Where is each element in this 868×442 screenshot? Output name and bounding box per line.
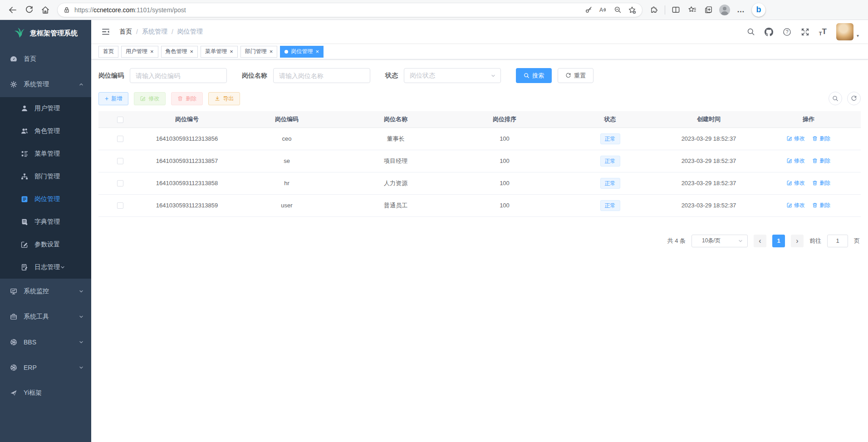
row-edit-link[interactable]: 修改 xyxy=(787,157,805,165)
chevron-down-icon xyxy=(738,238,743,244)
table-row: 1641030593112313859 user 普通员工 100 正常 202… xyxy=(98,194,861,216)
next-page-button[interactable]: › xyxy=(791,235,804,247)
select-all-checkbox[interactable] xyxy=(117,117,123,123)
collections-icon[interactable] xyxy=(700,2,716,18)
row-checkbox[interactable] xyxy=(117,136,123,142)
reset-button[interactable]: 重置 xyxy=(558,68,593,83)
row-edit-link[interactable]: 修改 xyxy=(787,179,805,187)
tag-users[interactable]: 用户管理× xyxy=(121,46,158,58)
sidebar-item-logs[interactable]: 日志管理 xyxy=(0,256,91,279)
toggle-search-icon[interactable] xyxy=(829,92,842,105)
post-code-label: 岗位编码 xyxy=(98,72,124,80)
zoom-out-icon[interactable] xyxy=(610,4,625,16)
address-bar[interactable]: https://ccnetcore.com:1101/system/post A xyxy=(57,3,642,17)
trash-icon xyxy=(812,158,818,163)
extensions-icon[interactable] xyxy=(646,2,662,18)
sidebar-item-bbs[interactable]: BBS xyxy=(0,329,91,355)
dashboard-icon xyxy=(10,55,17,63)
row-checkbox[interactable] xyxy=(117,202,123,209)
sidebar-item-tools[interactable]: 系统工具 xyxy=(0,304,91,329)
prev-page-button[interactable]: ‹ xyxy=(754,235,766,247)
help-icon[interactable]: ? xyxy=(783,28,791,36)
row-delete-link[interactable]: 删除 xyxy=(812,179,830,187)
post-id-cell: 1641030593112313859 xyxy=(142,194,232,216)
split-screen-icon[interactable] xyxy=(667,2,684,18)
github-icon[interactable] xyxy=(765,28,773,36)
refresh-table-icon[interactable] xyxy=(847,92,861,105)
favorites-icon[interactable] xyxy=(684,2,700,18)
close-icon[interactable]: × xyxy=(270,49,273,54)
browser-menu-icon[interactable]: … xyxy=(733,2,749,18)
row-delete-link[interactable]: 删除 xyxy=(812,135,830,142)
row-checkbox[interactable] xyxy=(117,158,123,164)
browser-profile-avatar[interactable] xyxy=(716,2,733,18)
password-key-icon[interactable] xyxy=(581,4,596,16)
tag-menus[interactable]: 菜单管理× xyxy=(201,46,238,58)
sidebar-item-roles[interactable]: 角色管理 xyxy=(0,120,91,142)
goto-page-input[interactable] xyxy=(827,235,848,247)
chevron-down-icon xyxy=(78,339,84,345)
sidebar-item-label: 岗位管理 xyxy=(34,195,60,203)
post-name-cell: 人力资源 xyxy=(341,172,450,194)
user-avatar[interactable] xyxy=(836,23,853,40)
lock-icon[interactable] xyxy=(63,6,70,14)
sidebar-item-yi-framework[interactable]: Yi框架 xyxy=(0,380,91,406)
breadcrumb-home[interactable]: 首页 xyxy=(119,28,132,36)
post-name-input[interactable] xyxy=(273,68,370,83)
post-sort-cell: 100 xyxy=(450,128,559,150)
header-search-icon[interactable] xyxy=(747,28,755,36)
add-favorite-star-icon[interactable] xyxy=(625,4,639,16)
edit-icon xyxy=(787,136,792,141)
sidebar-item-dictionary[interactable]: 字典管理 xyxy=(0,211,91,233)
export-button[interactable]: 导出 xyxy=(208,92,240,105)
fullscreen-icon[interactable] xyxy=(801,28,809,36)
sidebar-item-erp[interactable]: ERP xyxy=(0,355,91,380)
search-button[interactable]: 搜索 xyxy=(516,68,552,83)
user-avatar-menu[interactable]: ▾ xyxy=(836,23,859,40)
sidebar-item-system[interactable]: 系统管理 xyxy=(0,72,91,97)
close-icon[interactable]: × xyxy=(315,49,319,54)
menu-tree-icon xyxy=(21,150,28,157)
sidebar-item-users[interactable]: 用户管理 xyxy=(0,97,91,120)
row-delete-link[interactable]: 删除 xyxy=(812,157,830,165)
row-edit-link[interactable]: 修改 xyxy=(787,201,805,209)
bing-copilot-icon[interactable]: b xyxy=(752,3,765,17)
page-size-select[interactable]: 10条/页 xyxy=(691,235,748,247)
close-icon[interactable]: × xyxy=(230,49,233,54)
edit-button-disabled[interactable]: 修改 xyxy=(134,92,166,105)
sidebar-item-menus[interactable]: 菜单管理 xyxy=(0,142,91,165)
content-area: 岗位编码 岗位名称 状态 岗位状态 xyxy=(91,59,868,442)
row-checkbox[interactable] xyxy=(117,180,123,187)
sidebar-item-home[interactable]: 首页 xyxy=(0,46,91,72)
tag-posts-active[interactable]: 岗位管理× xyxy=(280,46,324,58)
app-navbar: 首页 / 系统管理 / 岗位管理 ? xyxy=(91,20,868,44)
add-button[interactable]: + 新增 xyxy=(98,92,128,105)
main-area: 首页 / 系统管理 / 岗位管理 ? xyxy=(91,20,868,442)
status-select[interactable]: 岗位状态 xyxy=(404,68,501,83)
current-page-button[interactable]: 1 xyxy=(772,235,785,247)
sidebar-item-monitor[interactable]: 系统监控 xyxy=(0,279,91,304)
sidebar-item-parameters[interactable]: 参数设置 xyxy=(0,233,91,256)
row-edit-link[interactable]: 修改 xyxy=(787,135,805,142)
tag-departments[interactable]: 部门管理× xyxy=(240,46,278,58)
chevron-down-icon xyxy=(490,73,496,79)
close-icon[interactable]: × xyxy=(190,49,194,54)
read-aloud-icon[interactable]: A xyxy=(596,4,610,16)
post-code-cell: ceo xyxy=(232,128,341,150)
sidebar-item-posts[interactable]: 岗位管理 xyxy=(0,188,91,211)
font-size-icon[interactable]: TT xyxy=(819,27,827,36)
app-logo[interactable]: 意框架管理系统 xyxy=(0,20,91,46)
delete-button-disabled[interactable]: 删除 xyxy=(171,92,203,105)
posts-table: 岗位编号 岗位编码 岗位名称 岗位排序 状态 创建时间 操作 16410305 xyxy=(98,111,861,217)
home-icon[interactable] xyxy=(37,2,54,18)
tag-roles[interactable]: 角色管理× xyxy=(161,46,198,58)
sidebar-item-departments[interactable]: 部门管理 xyxy=(0,165,91,188)
post-code-input[interactable] xyxy=(130,68,227,83)
refresh-icon[interactable] xyxy=(21,2,37,18)
row-delete-link[interactable]: 删除 xyxy=(812,201,830,209)
tag-home[interactable]: 首页 xyxy=(98,46,118,58)
sidebar-collapse-icon[interactable] xyxy=(98,24,114,40)
close-icon[interactable]: × xyxy=(150,49,154,54)
back-icon[interactable] xyxy=(5,2,21,18)
trash-icon xyxy=(812,136,818,141)
